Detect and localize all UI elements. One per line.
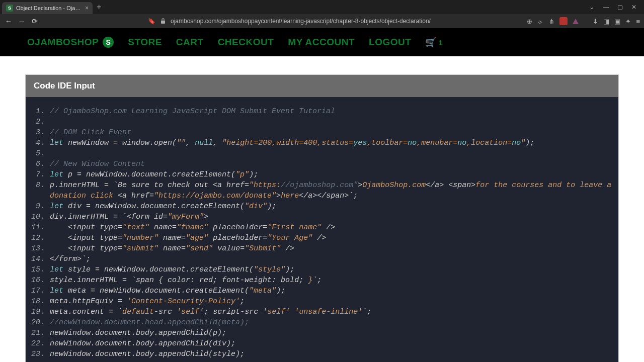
code-line: 23.newWindow.document.body.appendChild(s…: [31, 349, 613, 359]
cart-button[interactable]: 🛒 1: [425, 37, 442, 48]
line-number: 12.: [31, 233, 50, 243]
line-number: 23.: [31, 349, 50, 359]
line-number: 18.: [31, 296, 50, 307]
line-number: 15.: [31, 264, 50, 275]
url-text: ojamboshop.com/ojamboshoppaycontent/lear…: [171, 18, 523, 25]
code-text: newWindow.document.body.appendChild(styl…: [50, 349, 613, 359]
back-button[interactable]: ←: [4, 17, 13, 25]
download-icon[interactable]: ⬇: [593, 18, 598, 25]
code-text: let p = newWindow.document.createElement…: [50, 169, 613, 180]
share-icon[interactable]: ⪧: [537, 18, 544, 25]
code-line: 7.let p = newWindow.document.createEleme…: [31, 169, 613, 180]
line-number: 6.: [31, 159, 50, 169]
code-text: style.innerHTML = `span { color: red; fo…: [50, 275, 613, 286]
line-number: 13.: [31, 243, 50, 254]
line-number: 1.: [31, 106, 50, 117]
nav-account[interactable]: MY ACCOUNT: [288, 37, 355, 48]
line-number: 4.: [31, 138, 50, 148]
close-window-icon[interactable]: ✕: [630, 4, 638, 11]
close-icon[interactable]: ×: [85, 5, 89, 12]
zoom-icon[interactable]: ⊕: [527, 18, 532, 25]
code-text: </form>`;: [50, 254, 613, 264]
code-line: 11. <input type="text" name="fname" plac…: [31, 222, 613, 233]
code-line: 19.meta.content = `default-src 'self'; s…: [31, 307, 613, 317]
code-line: 12. <input type="number" name="age" plac…: [31, 233, 613, 243]
site-nav: OJAMBOSHOP S STORE CART CHECKOUT MY ACCO…: [0, 28, 644, 56]
maximize-icon[interactable]: ▢: [616, 4, 624, 11]
nav-store[interactable]: STORE: [128, 37, 162, 48]
sidebar-icon[interactable]: ◨: [603, 18, 609, 25]
cart-count: 1: [438, 38, 442, 47]
logo-icon: S: [103, 37, 114, 48]
lock-icon[interactable]: [159, 18, 167, 25]
line-number: 17.: [31, 286, 50, 296]
code-text: <input type="submit" name="send" value="…: [50, 243, 613, 254]
chevron-down-icon[interactable]: ⌄: [588, 4, 596, 11]
code-text: <input type="number" name="age" placehol…: [50, 233, 613, 243]
browser-titlebar: S Object Declaration - Ojamb × + ⌄ — ▢ ✕: [0, 0, 644, 14]
code-panel: Code IDE Input 1.// OjamboShop.com Learn…: [25, 74, 619, 362]
nav-checkout[interactable]: CHECKOUT: [218, 37, 274, 48]
menu-icon[interactable]: ≡: [636, 18, 640, 25]
minimize-icon[interactable]: —: [602, 4, 610, 11]
shield-icon[interactable]: [559, 17, 568, 25]
code-text: meta.httpEquiv = 'Content-Security-Polic…: [50, 296, 613, 307]
code-line: 8.p.innerHTML = `Be sure to check out <a…: [31, 180, 613, 201]
code-text: p.innerHTML = `Be sure to check out <a h…: [50, 180, 613, 201]
code-text: // OjamboShop.com Learning JavaScript DO…: [50, 106, 613, 117]
line-number: 10.: [31, 212, 50, 222]
line-number: 7.: [31, 169, 50, 180]
code-text: <input type="text" name="fname" placehol…: [50, 222, 613, 233]
code-text: let meta = newWindow.document.createElem…: [50, 286, 613, 296]
line-number: 9.: [31, 201, 50, 212]
panel-title: Code IDE Input: [26, 75, 618, 97]
code-line: 18.meta.httpEquiv = 'Content-Security-Po…: [31, 296, 613, 307]
bookmark-icon[interactable]: 🔖: [148, 18, 155, 25]
code-line: 17.let meta = newWindow.document.createE…: [31, 286, 613, 296]
new-tab-button[interactable]: +: [93, 3, 105, 12]
code-line: 1.// OjamboShop.com Learning JavaScript …: [31, 106, 613, 117]
browser-tab[interactable]: S Object Declaration - Ojamb ×: [2, 2, 93, 14]
code-line: 20.//newWindow.document.head.appendChild…: [31, 317, 613, 328]
line-number: 11.: [31, 222, 50, 233]
code-area[interactable]: 1.// OjamboShop.com Learning JavaScript …: [26, 97, 618, 362]
rss-icon[interactable]: ⋔: [549, 18, 554, 25]
code-line: 10.div.innerHTML = `<form id="myForm">: [31, 212, 613, 222]
line-number: 22.: [31, 338, 50, 349]
browser-toolbar: ← → ⟳ 🔖 ojamboshop.com/ojamboshoppaycont…: [0, 14, 644, 28]
code-line: 22.newWindow.document.body.appendChild(d…: [31, 338, 613, 349]
code-line: 2.: [31, 117, 613, 127]
code-line: 13. <input type="submit" name="send" val…: [31, 243, 613, 254]
code-line: 21.newWindow.document.body.appendChild(p…: [31, 328, 613, 338]
code-line: 15.let style = newWindow.document.create…: [31, 264, 613, 275]
code-text: let div = newWindow.document.createEleme…: [50, 201, 613, 212]
reload-button[interactable]: ⟳: [30, 17, 39, 25]
line-number: 21.: [31, 328, 50, 338]
address-bar[interactable]: 🔖 ojamboshop.com/ojamboshoppaycontent/le…: [43, 18, 523, 25]
brave-icon[interactable]: [573, 19, 579, 24]
code-text: // DOM Click Event: [50, 127, 613, 138]
line-number: 19.: [31, 307, 50, 317]
nav-logout[interactable]: LOGOUT: [369, 37, 411, 48]
forward-button[interactable]: →: [17, 17, 26, 25]
code-line: 14.</form>`;: [31, 254, 613, 264]
cart-icon: 🛒: [425, 37, 436, 48]
line-number: 20.: [31, 317, 50, 328]
wallet-icon[interactable]: ▣: [614, 18, 620, 25]
code-text: //newWindow.document.head.appendChild(me…: [50, 317, 613, 328]
nav-cart[interactable]: CART: [176, 37, 204, 48]
code-text: let newWindow = window.open("", null, "h…: [50, 138, 613, 148]
code-text: [50, 148, 613, 159]
nav-brand[interactable]: OJAMBOSHOP: [27, 37, 99, 48]
tab-favicon: S: [6, 5, 13, 12]
code-line: 5.: [31, 148, 613, 159]
line-number: 14.: [31, 254, 50, 264]
sparkle-icon[interactable]: ✦: [625, 18, 631, 25]
svg-rect-0: [161, 21, 165, 24]
code-text: let style = newWindow.document.createEle…: [50, 264, 613, 275]
code-text: newWindow.document.body.appendChild(p);: [50, 328, 613, 338]
page-viewport[interactable]: OJAMBOSHOP S STORE CART CHECKOUT MY ACCO…: [0, 28, 644, 362]
code-line: 16.style.innerHTML = `span { color: red;…: [31, 275, 613, 286]
code-line: 3.// DOM Click Event: [31, 127, 613, 138]
line-number: 16.: [31, 275, 50, 286]
